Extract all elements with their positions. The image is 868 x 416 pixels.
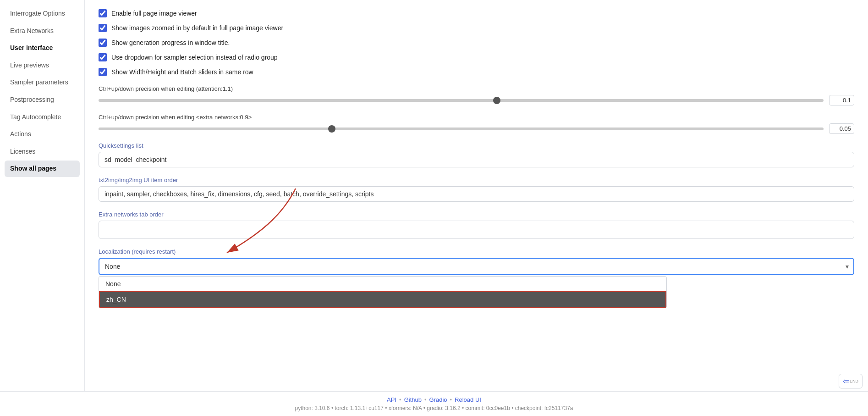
sidebar-item-live-previews[interactable]: Live previews — [5, 57, 80, 74]
checkboxes-section: Enable full page image viewer Show image… — [99, 9, 854, 76]
ui-item-order-label: txt2img/img2img UI item order — [99, 177, 854, 183]
end-button[interactable]: ⇦ END — [839, 374, 863, 388]
end-button-label: END — [850, 379, 858, 383]
show-zoomed-checkbox[interactable] — [99, 24, 107, 32]
slider-attention-value[interactable] — [829, 95, 854, 105]
sidebar: Interrogate Options Extra Networks User … — [0, 0, 85, 391]
ui-item-order-section: txt2img/img2img UI item order — [99, 177, 854, 202]
footer-link-gradio[interactable]: Gradio — [429, 396, 447, 403]
sidebar-item-extra-networks[interactable]: Extra Networks — [5, 23, 80, 39]
sidebar-item-postprocessing[interactable]: Postprocessing — [5, 92, 80, 108]
footer: API • Github • Gradio • Reload UI python… — [0, 391, 868, 416]
checkbox-row-enable-full-page: Enable full page image viewer — [99, 9, 854, 17]
footer-meta: python: 3.10.6 • torch: 1.13.1+cu117 • x… — [0, 405, 868, 411]
slider-attention-label: Ctrl+up/down precision when editing (att… — [99, 85, 854, 92]
show-width-height-label: Show Width/Height and Batch sliders in s… — [111, 68, 253, 76]
sidebar-item-tag-autocomplete[interactable]: Tag Autocomplete — [5, 109, 80, 126]
show-generation-progress-checkbox[interactable] — [99, 39, 107, 47]
extra-networks-tab-order-input[interactable] — [99, 221, 854, 239]
sidebar-item-user-interface[interactable]: User interface — [5, 40, 80, 56]
ui-item-order-input[interactable] — [99, 186, 854, 202]
sidebar-item-show-all-pages[interactable]: Show all pages — [5, 161, 80, 177]
show-generation-progress-label: Show generation progress in window title… — [111, 39, 230, 46]
localization-dropdown-menu: None zh_CN — [99, 276, 667, 308]
slider-extra-networks-input[interactable] — [99, 128, 824, 130]
quicksettings-section: Quicksettings list — [99, 142, 854, 167]
slider-extra-networks-label: Ctrl+up/down precision when editing <ext… — [99, 114, 854, 121]
checkbox-row-use-dropdown: Use dropdown for sampler selection inste… — [99, 53, 854, 61]
localization-select-wrapper: None zh_CN ▾ None zh_CN — [99, 258, 854, 275]
slider-section-extra-networks: Ctrl+up/down precision when editing <ext… — [99, 114, 854, 134]
quicksettings-input[interactable] — [99, 152, 854, 167]
show-width-height-checkbox[interactable] — [99, 68, 107, 76]
sidebar-item-sampler-parameters[interactable]: Sampler parameters — [5, 74, 80, 91]
dropdown-option-none[interactable]: None — [99, 277, 666, 291]
checkbox-row-show-zoomed: Show images zoomed in by default in full… — [99, 24, 854, 32]
footer-links: API • Github • Gradio • Reload UI — [0, 396, 868, 403]
slider-extra-networks-value[interactable] — [829, 123, 854, 134]
extra-networks-tab-order-label: Extra networks tab order — [99, 211, 854, 218]
show-zoomed-label: Show images zoomed in by default in full… — [111, 24, 283, 32]
use-dropdown-label: Use dropdown for sampler selection inste… — [111, 54, 278, 61]
localization-select[interactable]: None zh_CN — [99, 258, 854, 275]
footer-link-github[interactable]: Github — [404, 396, 422, 403]
end-button-icon: ⇦ — [843, 376, 850, 386]
checkbox-row-show-width-height: Show Width/Height and Batch sliders in s… — [99, 68, 854, 76]
footer-link-reload-ui[interactable]: Reload UI — [455, 396, 481, 403]
use-dropdown-checkbox[interactable] — [99, 53, 107, 61]
sidebar-item-licenses[interactable]: Licenses — [5, 144, 80, 160]
main-layout: Interrogate Options Extra Networks User … — [0, 0, 868, 391]
slider-section-attention: Ctrl+up/down precision when editing (att… — [99, 85, 854, 105]
enable-full-page-label: Enable full page image viewer — [111, 10, 197, 17]
main-content: Enable full page image viewer Show image… — [85, 0, 868, 391]
dropdown-option-zh-cn[interactable]: zh_CN — [99, 291, 666, 308]
localization-section: Localization (requires restart) None zh_… — [99, 248, 854, 275]
extra-networks-tab-order-section: Extra networks tab order — [99, 211, 854, 239]
checkbox-row-show-generation-progress: Show generation progress in window title… — [99, 39, 854, 47]
slider-attention-input[interactable] — [99, 99, 824, 102]
enable-full-page-checkbox[interactable] — [99, 9, 107, 17]
sidebar-item-interrogate-options[interactable]: Interrogate Options — [5, 6, 80, 22]
sidebar-item-actions[interactable]: Actions — [5, 126, 80, 143]
slider-extra-networks-row — [99, 123, 854, 134]
footer-link-api[interactable]: API — [387, 396, 396, 403]
localization-label: Localization (requires restart) — [99, 248, 854, 255]
slider-attention-row — [99, 95, 854, 105]
quicksettings-label: Quicksettings list — [99, 142, 854, 149]
